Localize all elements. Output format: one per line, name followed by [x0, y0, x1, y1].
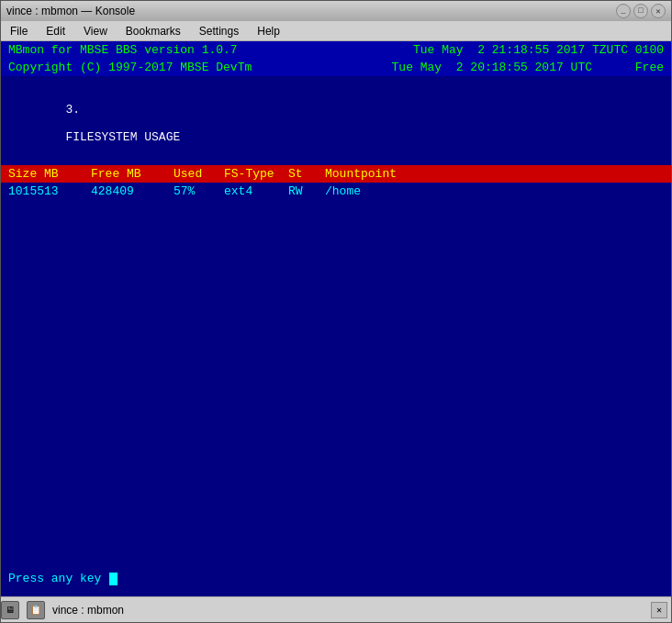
table-row: 1015513 428409 57% ext4 RW /home [1, 183, 671, 200]
header2-left: Copyright (C) 1997-2017 MBSE DevTm [8, 61, 252, 74]
prompt-area: Press any key [1, 568, 671, 596]
filesystem-table: Size MB Free MB Used FS-Type St Mountpoi… [1, 165, 671, 200]
menu-settings[interactable]: Settings [194, 23, 244, 39]
header-row-1: MBmon for MBSE BBS version 1.0.7 Tue May… [1, 41, 671, 59]
cell-used: 57% [174, 184, 224, 198]
cell-size: 1015513 [8, 184, 91, 198]
menu-help[interactable]: Help [252, 23, 286, 39]
section-number: 3. [65, 103, 80, 117]
header1-left: MBmon for MBSE BBS version 1.0.7 [8, 43, 238, 57]
status-icon-2[interactable]: 📋 [27, 601, 45, 619]
header2-right: Tue May 2 20:18:55 2017 UTC Free [392, 61, 664, 74]
cell-free: 428409 [91, 184, 174, 198]
header1-right: Tue May 2 21:18:55 2017 TZUTC 0100 [413, 43, 664, 57]
table-header-row: Size MB Free MB Used FS-Type St Mountpoi… [1, 165, 671, 183]
terminal-cursor [109, 573, 118, 585]
col-header-used: Used [174, 167, 224, 181]
title-bar-left: vince : mbmon — Konsole [6, 5, 135, 17]
window-title: vince : mbmon — Konsole [6, 5, 135, 17]
title-bar-buttons: _ □ ✕ [616, 4, 666, 18]
header-row-2: Copyright (C) 1997-2017 MBSE DevTm Tue M… [1, 59, 671, 76]
terminal-wrapper: MBmon for MBSE BBS version 1.0.7 Tue May… [1, 41, 671, 622]
menu-bookmarks[interactable]: Bookmarks [120, 23, 186, 39]
prompt-text: Press any key [8, 572, 101, 585]
cell-mountpoint: /home [325, 184, 664, 198]
title-bar: vince : mbmon — Konsole _ □ ✕ [1, 1, 671, 21]
close-button[interactable]: ✕ [651, 4, 666, 18]
cell-fstype: ext4 [224, 184, 288, 198]
status-bar: 🖥 📋 vince : mbmon ✕ [1, 596, 671, 622]
section-heading: FILESYSTEM USAGE [65, 130, 180, 144]
col-header-free: Free MB [91, 167, 174, 181]
cell-st: RW [288, 184, 325, 198]
terminal-empty-area [1, 200, 671, 568]
status-title: vince : mbmon [52, 604, 124, 617]
col-header-st: St [288, 167, 325, 181]
menu-bar: File Edit View Bookmarks Settings Help [1, 21, 671, 41]
status-close-button[interactable]: ✕ [651, 602, 667, 618]
main-window: vince : mbmon — Konsole _ □ ✕ File Edit … [0, 0, 672, 623]
col-header-size: Size MB [8, 167, 91, 181]
menu-edit[interactable]: Edit [40, 23, 71, 39]
menu-view[interactable]: View [78, 23, 113, 39]
col-header-mount: Mountpoint [325, 167, 664, 181]
screen-icon: 🖥 [6, 605, 15, 616]
minimize-button[interactable]: _ [616, 4, 631, 18]
section-title: 3. FILESYSTEM USAGE [1, 76, 671, 165]
maximize-button[interactable]: □ [633, 4, 648, 18]
menu-file[interactable]: File [5, 23, 33, 39]
terminal[interactable]: MBmon for MBSE BBS version 1.0.7 Tue May… [1, 41, 671, 596]
col-header-fstype: FS-Type [224, 167, 288, 181]
clipboard-icon: 📋 [30, 605, 41, 616]
status-icon-1[interactable]: 🖥 [1, 601, 19, 619]
